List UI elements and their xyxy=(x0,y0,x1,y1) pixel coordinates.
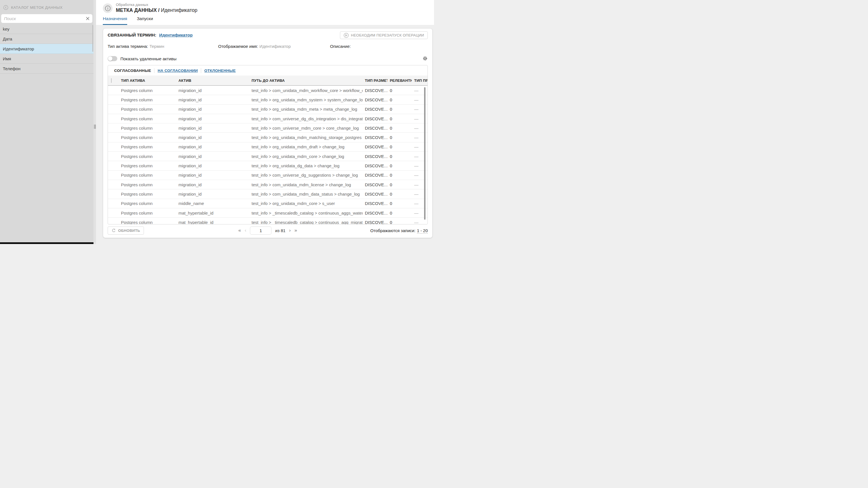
status-tab[interactable]: ОТКЛОНЕННЫЕ xyxy=(204,68,236,73)
cell-path: test_info > com_universe_dg_suggestions … xyxy=(249,173,363,177)
cell-markup-type: DISCOVE… xyxy=(363,154,388,159)
term-fields-row: Тип актива термина:ТерминОтображаемое им… xyxy=(107,44,428,49)
restart-operation-button[interactable]: НЕОБХОДИМ ПЕРЕЗАПУСК ОПЕРАЦИИ xyxy=(340,31,428,39)
sidebar-scrollbar[interactable] xyxy=(92,25,93,52)
term-field: Описание: xyxy=(330,44,428,49)
cell-path: test_info > org_unidata_dg_data > change… xyxy=(249,163,363,168)
cell-asset-type: Postgres column xyxy=(119,116,176,121)
page-header: Обработка данных МЕТКА ДАННЫХ / Идентифи… xyxy=(96,0,434,16)
last-page-icon[interactable]: » xyxy=(294,228,297,233)
search-box xyxy=(1,14,92,23)
search-input[interactable] xyxy=(4,16,86,21)
select-all-checkbox[interactable] xyxy=(111,78,112,83)
field-label: Отображаемое имя: xyxy=(218,44,258,49)
table-row[interactable]: Postgres columnmigration_idtest_info > o… xyxy=(108,105,428,114)
linked-term-link[interactable]: Идентификатор xyxy=(159,33,193,37)
first-page-icon[interactable]: « xyxy=(238,228,241,233)
clear-search-icon[interactable] xyxy=(86,17,90,21)
field-label: Описание: xyxy=(330,44,351,49)
status-tab[interactable]: НА СОГЛАСОВАНИИ xyxy=(157,68,198,73)
tab-inactive[interactable]: Запуски xyxy=(137,16,153,25)
table-row[interactable]: Postgres columnmat_hypertable_idtest_inf… xyxy=(108,208,428,218)
assignments-card: СВЯЗАННЫЙ ТЕРМИН: Идентификатор НЕОБХОДИ… xyxy=(103,29,432,238)
column-header: РЕЛЕВАНТНОС xyxy=(388,78,412,83)
app: КАТАЛОГ МЕТОК ДАННЫХ keyДатаИдентификато… xyxy=(0,0,434,244)
cell-path: test_info > com_universe_mdm_core > core… xyxy=(249,126,363,130)
sidebar-list: keyДатаИдентификаторИмяТелефон xyxy=(0,24,93,74)
cell-asset: migration_id xyxy=(176,192,249,196)
table-row[interactable]: Postgres columnmigration_idtest_info > o… xyxy=(108,95,428,104)
term-field: Отображаемое имя:Идентификатор xyxy=(218,44,330,49)
page-title: МЕТКА ДАННЫХ / Идентификатор xyxy=(116,7,197,13)
refresh-label: ОБНОВИТЬ xyxy=(118,228,140,233)
table-row[interactable]: Postgres columnmigration_idtest_info > c… xyxy=(108,171,428,180)
cell-asset-type: Postgres column xyxy=(119,107,176,111)
table-scrollbar[interactable] xyxy=(424,87,426,220)
show-deleted-toggle[interactable] xyxy=(107,56,117,61)
cell-asset: migration_id xyxy=(176,163,249,168)
cell-asset: migration_id xyxy=(176,107,249,111)
cell-asset-type: Postgres column xyxy=(119,192,176,196)
table-row[interactable]: Postgres columnmigration_idtest_info > o… xyxy=(108,142,428,152)
cell-path: test_info > org_unidata_mdm_system > sys… xyxy=(249,97,363,102)
next-page-icon[interactable]: › xyxy=(289,228,291,233)
cell-asset-type: Postgres column xyxy=(119,135,176,140)
cell-markup-type: DISCOVE… xyxy=(363,126,388,130)
cell-relevance: 0 xyxy=(388,163,412,168)
cell-path: test_info > org_unidata_mdm_meta > meta_… xyxy=(249,107,363,111)
table-row[interactable]: Postgres columnmigration_idtest_info > c… xyxy=(108,180,428,189)
cell-relevance: 0 xyxy=(388,97,412,102)
table-row[interactable]: Postgres columnmigration_idtest_info > c… xyxy=(108,123,428,133)
restart-operation-label: НЕОБХОДИМ ПЕРЕЗАПУСК ОПЕРАЦИИ xyxy=(351,33,424,37)
cell-asset: migration_id xyxy=(176,135,249,140)
records-label: Отображаются записи: xyxy=(370,228,415,233)
table-row[interactable]: Postgres columnmat_hypertable_idtest_inf… xyxy=(108,218,428,225)
cell-asset-type: Postgres column xyxy=(119,144,176,149)
page-input[interactable] xyxy=(250,226,271,235)
table-row[interactable]: Postgres columnmigration_idtest_info > c… xyxy=(108,189,428,199)
table-row[interactable]: Postgres columnmigration_idtest_info > c… xyxy=(108,86,428,95)
cell-path: test_info > com_unidata_mdm_license > ch… xyxy=(249,182,363,187)
sidebar-item[interactable]: Дата xyxy=(0,34,93,44)
gear-icon[interactable] xyxy=(423,56,428,62)
sidebar: КАТАЛОГ МЕТОК ДАННЫХ keyДатаИдентификато… xyxy=(0,0,93,244)
cell-path: test_info > org_unidata_mdm_matching_sto… xyxy=(249,135,363,140)
cell-relevance: 0 xyxy=(388,201,412,206)
cell-asset: migration_id xyxy=(176,116,249,121)
refresh-icon xyxy=(112,228,116,233)
status-tab[interactable]: СОГЛАСОВАННЫЕ xyxy=(114,68,151,73)
cell-asset: migration_id xyxy=(176,126,249,130)
sidebar-item[interactable]: Имя xyxy=(0,54,93,64)
records-range[interactable]: 1 - 20 xyxy=(417,228,428,233)
page-total: из 81 xyxy=(275,228,285,233)
table-row[interactable]: Postgres columnmigration_idtest_info > o… xyxy=(108,161,428,170)
cell-markup-type: DISCOVE… xyxy=(363,173,388,177)
refresh-button[interactable]: ОБНОВИТЬ xyxy=(107,226,144,235)
sidebar-item[interactable]: key xyxy=(0,24,93,34)
info-icon xyxy=(103,3,113,13)
cell-relevance: 0 xyxy=(388,182,412,187)
sidebar-item[interactable]: Идентификатор xyxy=(0,44,93,54)
sidebar-resize-handle[interactable] xyxy=(94,125,96,129)
table-row[interactable]: Postgres columnmigration_idtest_info > c… xyxy=(108,114,428,123)
titles: Обработка данных МЕТКА ДАННЫХ / Идентифи… xyxy=(116,3,197,16)
cell-relevance: 0 xyxy=(388,107,412,111)
table-row[interactable]: Postgres columnmigration_idtest_info > o… xyxy=(108,133,428,142)
cell-relevance: 0 xyxy=(388,116,412,121)
cell-path: test_info > org_unidata_mdm_core > chang… xyxy=(249,154,363,159)
sidebar-item[interactable]: Телефон xyxy=(0,64,93,74)
cell-relevance: 0 xyxy=(388,173,412,177)
cell-relevance: 0 xyxy=(388,126,412,130)
show-deleted-label: Показать удаленные активы xyxy=(120,56,177,61)
cell-path: test_info > org_unidata_mdm_draft > chan… xyxy=(249,144,363,149)
tab-active[interactable]: Назначения xyxy=(103,16,127,25)
cell-path: test_info > com_unidata_mdm_data_status … xyxy=(249,192,363,196)
cell-asset-type: Postgres column xyxy=(119,88,176,93)
cell-path: test_info > _timescaledb_catalog > conti… xyxy=(249,210,363,216)
column-header: ТИП РАЗМЕТК xyxy=(363,78,388,83)
table-row[interactable]: Postgres columnmigration_idtest_info > o… xyxy=(108,152,428,161)
collapse-sidebar-icon[interactable] xyxy=(3,5,8,10)
prev-page-icon[interactable]: ‹ xyxy=(245,228,246,233)
table-row[interactable]: Postgres columnmiddle_nametest_info > or… xyxy=(108,199,428,208)
cell-asset: middle_name xyxy=(176,201,249,206)
